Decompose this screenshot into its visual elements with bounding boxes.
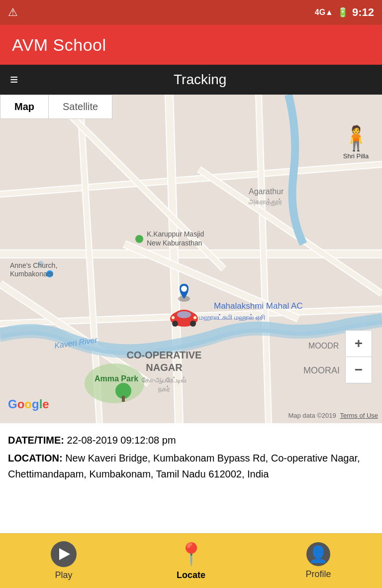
- svg-text:Mahalakshmi Mahal AC: Mahalakshmi Mahal AC: [214, 301, 303, 311]
- nav-bar: ≡ Tracking: [0, 65, 382, 95]
- svg-point-51: [190, 321, 196, 327]
- menu-icon[interactable]: ≡: [10, 72, 18, 88]
- street-view-label: Shri Pilla: [343, 152, 369, 160]
- nav-item-play[interactable]: Play: [0, 541, 127, 581]
- google-o2: o: [24, 397, 32, 411]
- svg-point-22: [85, 363, 144, 403]
- location-line: LOCATION: New Kaveri Bridge, Kumbakonam …: [8, 450, 374, 482]
- svg-point-55: [181, 286, 187, 292]
- svg-point-49: [177, 311, 191, 318]
- svg-text:நகர்: நகர்: [158, 385, 170, 393]
- play-label: Play: [55, 570, 72, 581]
- map-svg[interactable]: Kaveri River Amma Park CO-OPERATIVE NAGA…: [0, 95, 382, 423]
- svg-point-52: [172, 316, 175, 319]
- play-icon: [51, 541, 77, 567]
- signal-icon: 4G▲: [315, 8, 333, 17]
- satellite-button[interactable]: Satellite: [49, 95, 112, 118]
- google-logo: Google: [8, 397, 49, 411]
- svg-rect-25: [122, 396, 125, 402]
- svg-text:MOODR: MOODR: [308, 342, 339, 350]
- google-e: e: [42, 397, 49, 411]
- svg-text:K.Karuppur Masjid: K.Karuppur Masjid: [147, 230, 204, 238]
- app-title: AVM School: [12, 35, 106, 55]
- person-icon: 🧍: [341, 124, 371, 152]
- battery-icon: 🔋: [337, 7, 348, 18]
- locate-icon: 📍: [178, 541, 205, 567]
- warning-area: ⚠: [8, 6, 18, 19]
- svg-text:Anne's Church,: Anne's Church,: [10, 261, 57, 269]
- profile-icon: 👤: [306, 542, 330, 566]
- svg-point-37: [135, 235, 143, 243]
- svg-text:New Kaburasthan: New Kaburasthan: [147, 239, 202, 247]
- time-display: 9:12: [352, 6, 374, 19]
- google-g2: g: [32, 397, 39, 411]
- street-view-person[interactable]: 🧍 Shri Pilla: [340, 124, 372, 169]
- zoom-in-button[interactable]: +: [346, 331, 372, 356]
- google-o1: o: [17, 397, 25, 411]
- warning-icon: ⚠: [8, 6, 18, 19]
- page-title: Tracking: [28, 72, 372, 88]
- map-credit: Map data ©2019 Terms of Use: [288, 412, 378, 419]
- locate-label: Locate: [177, 570, 205, 581]
- terms-of-use[interactable]: Terms of Use: [340, 412, 378, 419]
- profile-label: Profile: [305, 569, 331, 580]
- nav-item-profile[interactable]: 👤 Profile: [255, 542, 382, 580]
- zoom-out-button[interactable]: −: [346, 357, 372, 383]
- google-g: G: [8, 397, 17, 411]
- svg-text:Kumbakonam: Kumbakonam: [10, 270, 53, 278]
- svg-text:NAGAR: NAGAR: [146, 362, 183, 373]
- app-bar: AVM School: [0, 25, 382, 65]
- svg-text:MOORAI: MOORAI: [303, 365, 340, 375]
- svg-point-50: [172, 321, 178, 327]
- map-toggle: Map Satellite: [0, 95, 112, 119]
- map-button[interactable]: Map: [0, 95, 48, 118]
- map-container: Kaveri River Amma Park CO-OPERATIVE NAGA…: [0, 95, 382, 423]
- zoom-controls: + −: [345, 330, 372, 383]
- nav-item-locate[interactable]: 📍 Locate: [127, 541, 255, 581]
- status-bar: ⚠ 4G▲ 🔋 9:12: [0, 0, 382, 25]
- location-label: LOCATION:: [8, 453, 63, 464]
- svg-text:Agarathur: Agarathur: [249, 187, 284, 196]
- svg-text:அகராத்தூர்: அகராத்தூர்: [249, 198, 282, 206]
- svg-text:மஹாலட்சுமி மஹால் ஏசி: மஹாலட்சுமி மஹால் ஏசி: [199, 313, 265, 322]
- map-data-credit: Map data ©2019: [288, 412, 336, 419]
- svg-text:Amma Park: Amma Park: [95, 374, 138, 383]
- status-right: 4G▲ 🔋 9:12: [315, 6, 374, 19]
- datetime-line: DATE/TIME: 22-08-2019 09:12:08 pm: [8, 432, 374, 448]
- svg-text:கோ-ஆபரேட்டிவ்: கோ-ஆபரேட்டிவ்: [142, 376, 187, 384]
- svg-text:CO-OPERATIVE: CO-OPERATIVE: [127, 350, 202, 360]
- datetime-label: DATE/TIME:: [8, 435, 64, 446]
- datetime-value: 22-08-2019 09:12:08 pm: [64, 435, 176, 446]
- info-panel: DATE/TIME: 22-08-2019 09:12:08 pm LOCATI…: [0, 423, 382, 489]
- bottom-nav: Play 📍 Locate 👤 Profile: [0, 533, 382, 588]
- svg-point-53: [193, 316, 196, 319]
